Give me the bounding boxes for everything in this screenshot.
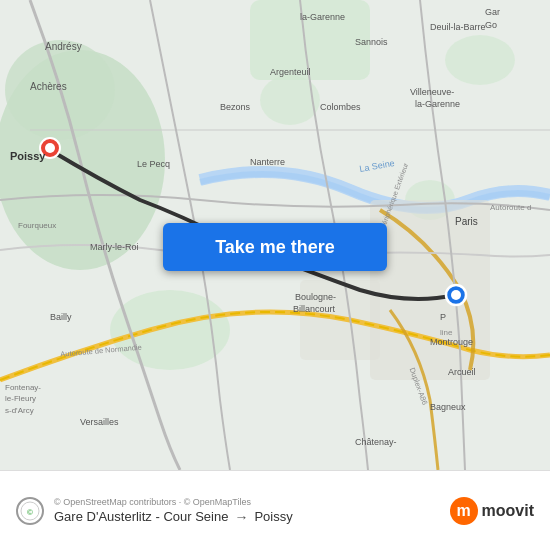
svg-point-5 — [260, 75, 320, 125]
svg-text:la-Garenne: la-Garenne — [300, 12, 345, 22]
svg-text:Paris: Paris — [455, 216, 478, 227]
svg-text:la-Garenne: la-Garenne — [415, 99, 460, 109]
arrow-icon: → — [234, 509, 248, 525]
route-info: © OpenStreetMap contributors · © OpenMap… — [54, 497, 440, 525]
bottom-bar: © © OpenStreetMap contributors · © OpenM… — [0, 470, 550, 550]
route-row: Gare D'Austerlitz - Cour Seine → Poissy — [54, 509, 440, 525]
take-me-there-button[interactable]: Take me there — [163, 223, 387, 271]
svg-text:Billancourt: Billancourt — [293, 304, 336, 314]
svg-text:Deuil-la-Barre: Deuil-la-Barre — [430, 22, 486, 32]
svg-text:Montrouge: Montrouge — [430, 337, 473, 347]
svg-text:Go: Go — [485, 20, 497, 30]
svg-text:Autoroute d: Autoroute d — [490, 203, 531, 212]
moovit-icon: m — [450, 497, 478, 525]
svg-text:Bailly: Bailly — [50, 312, 72, 322]
svg-text:Boulogne-: Boulogne- — [295, 292, 336, 302]
svg-text:le-Fleury: le-Fleury — [5, 394, 36, 403]
svg-text:Gar: Gar — [485, 7, 500, 17]
svg-text:Bagneux: Bagneux — [430, 402, 466, 412]
svg-text:Châtenay-: Châtenay- — [355, 437, 397, 447]
svg-text:line: line — [440, 328, 453, 337]
svg-text:©: © — [27, 508, 33, 517]
origin-text: Gare D'Austerlitz - Cour Seine — [54, 509, 228, 524]
svg-text:Villeneuve-: Villeneuve- — [410, 87, 454, 97]
svg-text:Arcueil: Arcueil — [448, 367, 476, 377]
svg-text:Argenteuil: Argenteuil — [270, 67, 311, 77]
svg-text:Andrésy: Andrésy — [45, 41, 82, 52]
svg-text:s-d'Arcy: s-d'Arcy — [5, 406, 34, 415]
svg-text:Fourqueux: Fourqueux — [18, 221, 56, 230]
destination-text: Poissy — [254, 509, 292, 524]
svg-point-7 — [445, 35, 515, 85]
moovit-logo: m moovit — [450, 497, 534, 525]
svg-text:Poissy: Poissy — [10, 150, 46, 162]
svg-text:Marly-le-Roi: Marly-le-Roi — [90, 242, 139, 252]
svg-text:Colombes: Colombes — [320, 102, 361, 112]
svg-text:Nanterre: Nanterre — [250, 157, 285, 167]
svg-text:Fontenay-: Fontenay- — [5, 383, 41, 392]
svg-point-13 — [451, 290, 461, 300]
svg-text:Sannois: Sannois — [355, 37, 388, 47]
svg-text:Bezons: Bezons — [220, 102, 251, 112]
attribution-text: © OpenStreetMap contributors · © OpenMap… — [54, 497, 440, 507]
map-container: Andrésy Achères Poissy la-Garenne Sannoi… — [0, 0, 550, 470]
svg-point-11 — [45, 143, 55, 153]
svg-text:Achères: Achères — [30, 81, 67, 92]
svg-text:Le Pecq: Le Pecq — [137, 159, 170, 169]
svg-text:Versailles: Versailles — [80, 417, 119, 427]
moovit-brand-text: moovit — [482, 502, 534, 520]
osm-logo: © — [16, 497, 44, 525]
svg-text:P: P — [440, 312, 446, 322]
